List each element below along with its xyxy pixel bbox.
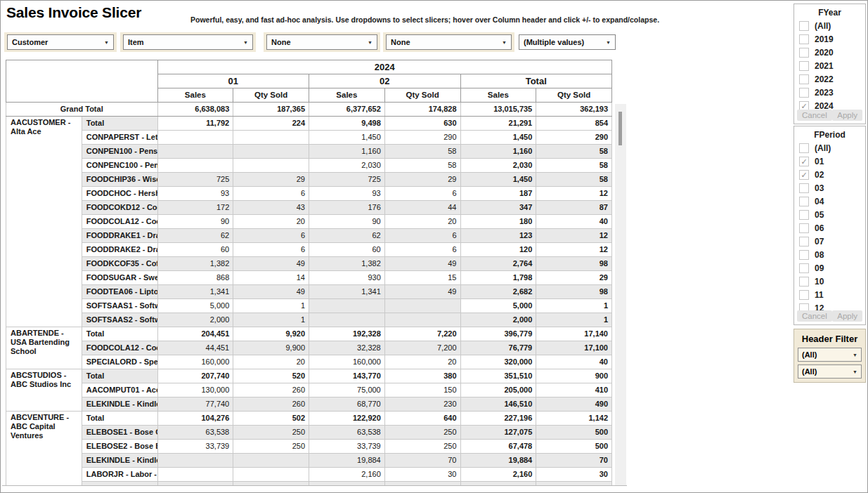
value-cell[interactable]: 44	[384, 201, 460, 215]
fyear-apply-button[interactable]: Apply	[832, 110, 862, 121]
fyear-option-2023[interactable]: 2023	[794, 86, 865, 99]
value-cell[interactable]: 68,770	[309, 397, 385, 412]
value-cell[interactable]: 347	[460, 201, 536, 215]
column-group-header-01[interactable]: 01	[157, 74, 309, 88]
value-cell[interactable]: 58	[536, 145, 612, 159]
value-cell[interactable]: 67,478	[460, 440, 536, 454]
value-cell[interactable]: 6	[384, 187, 460, 201]
fyear-cancel-button[interactable]: Cancel	[797, 110, 832, 121]
fyear-option-2022[interactable]: 2022	[794, 72, 865, 86]
header-filter-dropdown-2[interactable]: (All) ▼	[798, 364, 862, 379]
checkbox-unchecked-icon[interactable]	[799, 197, 809, 206]
total-value-cell[interactable]: 9,498	[309, 117, 385, 131]
value-cell[interactable]	[233, 454, 309, 468]
value-cell[interactable]: 725	[309, 173, 385, 187]
item-label-cell[interactable]: ELEBOSE1 - Bose Quiet Comfort No..	[82, 426, 157, 440]
value-cell[interactable]: 250	[384, 426, 460, 440]
value-cell[interactable]: 176	[309, 201, 385, 215]
value-cell[interactable]: 12	[536, 229, 612, 243]
item-label-cell[interactable]: FOODCHIP36 - Wise Potato Chips 1..	[82, 173, 157, 187]
slicer-dropdown-5[interactable]: (Multiple values)▼	[519, 34, 616, 50]
value-cell[interactable]: 146,510	[460, 397, 536, 412]
total-value-cell[interactable]: 1,142	[536, 412, 612, 426]
value-cell[interactable]: 19,884	[309, 454, 385, 468]
item-label-cell[interactable]: FOODSUGAR - Sweet N Low Sugar 1..	[82, 271, 157, 285]
value-cell[interactable]: 930	[309, 271, 385, 285]
total-value-cell[interactable]: 17,140	[536, 327, 612, 341]
value-cell[interactable]: 2,000	[460, 313, 536, 327]
value-cell[interactable]: 490	[536, 397, 612, 412]
fperiod-option-09[interactable]: 09	[794, 261, 865, 275]
value-cell[interactable]: 20	[233, 215, 309, 229]
checkbox-unchecked-icon[interactable]	[799, 250, 809, 260]
fperiod-option-07[interactable]: 07	[794, 235, 865, 248]
value-cell[interactable]: 60	[309, 243, 385, 257]
value-cell[interactable]: 98	[536, 285, 612, 299]
item-label-cell[interactable]: ELEBOSE2 - Bose Bluetooth Headse..	[82, 440, 157, 454]
measure-header-sales[interactable]: Sales	[157, 88, 233, 103]
total-value-cell[interactable]: 630	[384, 117, 460, 131]
total-value-cell[interactable]: 640	[384, 412, 460, 426]
slicer-dropdown-2[interactable]: Item▼	[123, 34, 253, 50]
item-label-cell[interactable]: FOODDRAKE1 - Drake’s Devil Dogs ..	[82, 229, 157, 243]
item-label-cell[interactable]: CONPEN100 - Pens - Box of 100	[82, 145, 157, 159]
fperiod-option-05[interactable]: 05	[794, 208, 865, 221]
slicer-dropdown-4[interactable]: None▼	[386, 34, 512, 50]
value-cell[interactable]: 6	[384, 243, 460, 257]
value-cell[interactable]: 40	[536, 355, 612, 369]
customer-cell[interactable]: ABCSTUDIOS - ABC Studios Inc	[6, 369, 82, 412]
value-cell[interactable]: 2,682	[460, 285, 536, 299]
value-cell[interactable]: 49	[384, 285, 460, 299]
value-cell[interactable]: 90	[309, 215, 385, 229]
total-value-cell[interactable]: 21,291	[460, 117, 536, 131]
value-cell[interactable]: 250	[233, 426, 309, 440]
total-value-cell[interactable]: 224	[233, 117, 309, 131]
value-cell[interactable]: 2,160	[309, 468, 385, 482]
total-value-cell[interactable]: 520	[233, 369, 309, 383]
value-cell[interactable]: 20	[233, 355, 309, 369]
value-cell[interactable]: 30	[384, 468, 460, 482]
item-label-cell[interactable]: FOODCOKD12 - Coca-Cola Diet Cans..	[82, 201, 157, 215]
value-cell[interactable]: 320,000	[460, 355, 536, 369]
item-label-cell[interactable]: ELEKINDLE - Kindle Fire 8.9” Tablet ..	[82, 397, 157, 412]
fperiod-apply-button[interactable]: Apply	[832, 310, 862, 322]
checkbox-unchecked-icon[interactable]	[799, 183, 809, 193]
value-cell[interactable]: 868	[157, 271, 233, 285]
value-cell[interactable]: 1	[233, 313, 309, 327]
grand-total-label[interactable]: Grand Total	[6, 103, 158, 117]
checkbox-unchecked-icon[interactable]	[799, 34, 809, 44]
value-cell[interactable]: 6	[384, 229, 460, 243]
value-cell[interactable]: 20	[384, 355, 460, 369]
value-cell[interactable]: 1,341	[157, 285, 233, 299]
value-cell[interactable]: 70	[384, 454, 460, 468]
value-cell[interactable]: 2,764	[460, 257, 536, 271]
value-cell[interactable]: 180	[460, 215, 536, 229]
value-cell[interactable]: 58	[536, 159, 612, 173]
value-cell[interactable]: 1,450	[460, 173, 536, 187]
checkbox-unchecked-icon[interactable]	[799, 263, 809, 273]
value-cell[interactable]: 12	[536, 243, 612, 257]
item-label-cell[interactable]: SOFTSAAS2 - Software SaaS, add-o..	[82, 313, 157, 327]
value-cell[interactable]: 63,538	[309, 426, 385, 440]
value-cell[interactable]	[233, 468, 309, 482]
value-cell[interactable]: 19,884	[460, 454, 536, 468]
total-label-cell[interactable]: Total	[82, 117, 157, 131]
value-cell[interactable]: 1	[536, 313, 612, 327]
total-value-cell[interactable]: 122,920	[309, 412, 385, 426]
value-cell[interactable]: 160,000	[157, 355, 233, 369]
fperiod-option-03[interactable]: 03	[794, 181, 865, 195]
total-value-cell[interactable]: 396,779	[460, 327, 536, 341]
total-value-cell[interactable]: 380	[384, 369, 460, 383]
value-cell[interactable]: 250	[384, 440, 460, 454]
fperiod-option-04[interactable]: 04	[794, 195, 865, 208]
value-cell[interactable]: 2,000	[157, 313, 233, 327]
value-cell[interactable]: 58	[536, 173, 612, 187]
item-label-cell[interactable]: LABORJR - Labor - Junior Consultant	[82, 468, 157, 482]
grand-total-value[interactable]: 362,193	[536, 103, 612, 117]
checkbox-unchecked-icon[interactable]	[799, 277, 809, 287]
value-cell[interactable]: 30	[536, 468, 612, 482]
value-cell[interactable]: 63,538	[157, 426, 233, 440]
measure-header-sales[interactable]: Sales	[460, 88, 536, 103]
value-cell[interactable]: 49	[233, 285, 309, 299]
value-cell[interactable]: 58	[384, 159, 460, 173]
